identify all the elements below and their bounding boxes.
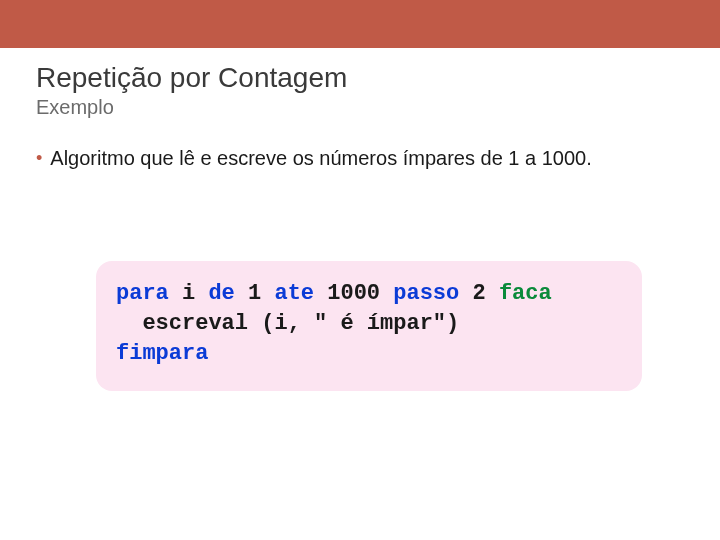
keyword-ate: ate bbox=[274, 281, 314, 306]
code-seg: 1 bbox=[235, 281, 275, 306]
keyword-fimpara: fimpara bbox=[116, 341, 208, 366]
keyword-passo: passo bbox=[393, 281, 459, 306]
bullet-text: Algoritmo que lê e escreve os números ím… bbox=[50, 145, 591, 171]
bullet-item: • Algoritmo que lê e escreve os números … bbox=[36, 145, 684, 171]
code-seg: 2 bbox=[459, 281, 499, 306]
bullet-dot-icon: • bbox=[36, 145, 42, 171]
slide-subtitle: Exemplo bbox=[36, 96, 684, 119]
code-seg: i bbox=[169, 281, 209, 306]
keyword-para: para bbox=[116, 281, 169, 306]
keyword-de: de bbox=[208, 281, 234, 306]
code-seg: 1000 bbox=[314, 281, 393, 306]
keyword-faca: faca bbox=[499, 281, 552, 306]
header-bar bbox=[0, 0, 720, 48]
code-block: para i de 1 ate 1000 passo 2 faca escrev… bbox=[96, 261, 642, 391]
code-line: escreval (i, " é ímpar") bbox=[116, 311, 459, 336]
slide-title: Repetição por Contagem bbox=[36, 62, 684, 94]
slide-content: Repetição por Contagem Exemplo • Algorit… bbox=[0, 48, 720, 391]
